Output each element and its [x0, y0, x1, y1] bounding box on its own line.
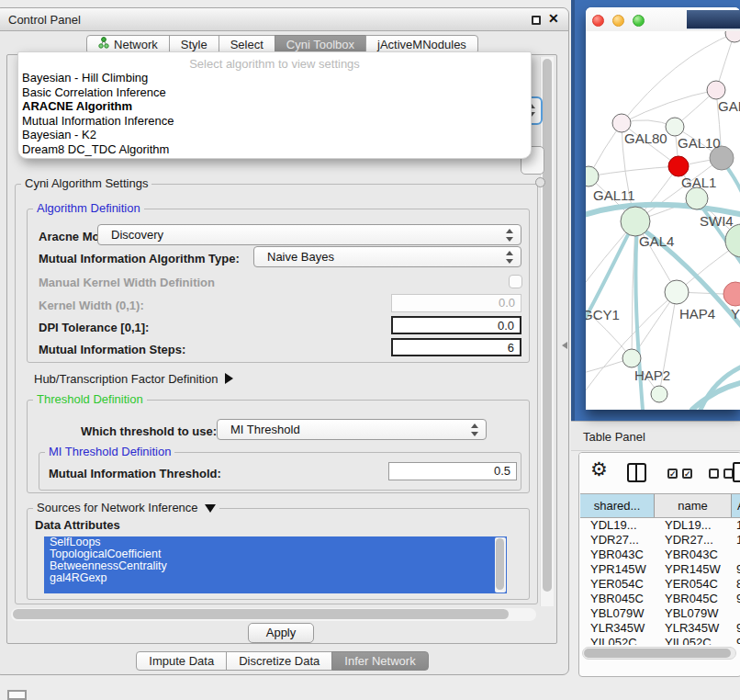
network-canvas[interactable]: GALGAL80GAL10GAL1GAL11SWI4GAL4GCY1HAP4YH… [586, 31, 740, 410]
control-panel-window: Control Panel ✕ NetworkStyleSelectCyni T… [0, 7, 569, 675]
table-row[interactable]: YBR045CYBR045C9. [580, 592, 740, 606]
expand-right-icon[interactable] [225, 373, 233, 384]
radio-partial[interactable] [535, 177, 545, 187]
network-node-hap4[interactable] [665, 280, 689, 304]
select-all-checkbox-icon[interactable]: ✓ [667, 469, 678, 479]
spinner-arrows-icon [506, 228, 514, 243]
split-pane-arrow-icon[interactable] [562, 342, 567, 349]
mi-threshold-legend: MI Threshold Definition [45, 445, 174, 458]
new-table-icon[interactable] [733, 462, 740, 482]
network-node-gal[interactable] [707, 81, 725, 99]
table-cell: YER054C [655, 577, 732, 592]
column-header-a[interactable]: A [732, 494, 740, 517]
dpi-tolerance-label: DPI Tolerance [0,1]: [39, 321, 149, 334]
table-row[interactable]: YPR145WYPR145W9. [580, 562, 740, 577]
table-cell: YLR345W [580, 621, 655, 636]
minimize-traffic-light-icon[interactable] [612, 15, 624, 27]
table-cell: 13 [732, 518, 740, 533]
gear-icon[interactable]: ⚙ [590, 458, 608, 480]
network-node[interactable] [725, 224, 740, 257]
network-node-y[interactable] [723, 282, 740, 306]
split-columns-icon[interactable] [627, 463, 646, 482]
network-node-gal1[interactable] [668, 156, 689, 176]
attribute-item-betweennesscentrality[interactable]: BetweennessCentrality [44, 560, 507, 572]
network-node-gal4[interactable] [621, 207, 650, 236]
network-node-gal80[interactable] [612, 114, 631, 132]
list-scrollbar-thumb[interactable] [496, 538, 504, 590]
bottom-tab-discretize-data[interactable]: Discretize Data [226, 651, 332, 671]
network-node-swi4[interactable] [686, 187, 708, 209]
bottom-tab-infer-network[interactable]: Infer Network [331, 651, 428, 671]
algorithm-option-aracne-algorithm[interactable]: ARACNE Algorithm [18, 99, 531, 114]
horizontal-scrollbar-thumb[interactable] [13, 609, 509, 619]
apply-button[interactable]: Apply [248, 623, 314, 643]
table-row[interactable]: YBR043CYBR043C [580, 548, 740, 562]
column-header-shared[interactable]: shared... [580, 494, 655, 517]
table-cell [732, 548, 740, 562]
panel-restore-icon[interactable] [7, 690, 27, 700]
cyni-algorithm-settings-legend: Cyni Algorithm Settings [21, 176, 151, 190]
table-cell: YBR043C [655, 548, 732, 562]
algorithm-option-dream8-dc-tdc-algorithm[interactable]: Dream8 DC_TDC Algorithm [18, 142, 531, 157]
mi-threshold-field[interactable]: 0.5 [388, 462, 517, 480]
aracne-mode-select[interactable]: Discovery [97, 224, 521, 245]
hub-definition-expander[interactable]: Hub/Transcription Factor Definition [34, 372, 233, 386]
table-cell: YLR345W [655, 621, 732, 636]
close-traffic-light-icon[interactable] [592, 15, 604, 27]
threshold-definition-group: Threshold Definition Which threshold to … [27, 400, 530, 493]
dpi-tolerance-field[interactable]: 0.0 [391, 316, 521, 334]
algorithm-option-bayesian-k2[interactable]: Bayesian - K2 [18, 128, 531, 142]
table-row[interactable]: YLR345WYLR345W9. [580, 621, 740, 636]
table-cell: 9. [732, 621, 740, 636]
deselect-checkbox-icon[interactable] [709, 469, 719, 479]
mi-algorithm-type-select[interactable]: Naive Bayes [253, 246, 521, 267]
mi-type-label: Mutual Information Algorithm Type: [39, 252, 240, 265]
settings-horizontal-scrollbar[interactable] [11, 608, 536, 621]
table-panel-title: Table Panel [583, 430, 645, 444]
bottom-tab-impute-data[interactable]: Impute Data [136, 651, 227, 671]
algorithm-option-basic-correlation-inference[interactable]: Basic Correlation Inference [18, 85, 531, 100]
network-node[interactable] [725, 31, 740, 42]
node-label-swi4: SWI4 [700, 213, 734, 229]
float-window-icon[interactable] [532, 16, 541, 25]
node-label-gal: GAL [718, 98, 740, 114]
which-threshold-select[interactable]: MI Threshold [217, 419, 487, 440]
node-label-gal11: GAL11 [593, 187, 635, 203]
background-window-titlebar-partial [687, 10, 740, 29]
sources-legend[interactable]: Sources for Network Inference [33, 501, 219, 514]
table-row[interactable]: YER054CYER054C8. [580, 577, 740, 592]
network-node-gal10[interactable] [666, 118, 684, 136]
cyni-algorithm-settings-group: Cyni Algorithm Settings Algorithm Defini… [15, 184, 538, 604]
table-row[interactable]: YBL079WYBL079W [580, 606, 740, 621]
table-cell: YIL052C [655, 636, 732, 645]
list-vertical-scrollbar[interactable] [495, 537, 506, 593]
algorithm-option-bayesian-hill-climbing[interactable]: Bayesian - Hill Climbing [18, 71, 531, 85]
table-horizontal-scrollbar[interactable] [582, 647, 736, 660]
network-node-hap2[interactable] [622, 349, 641, 367]
data-attributes-list[interactable]: SelfLoopsTopologicalCoefficientBetweenne… [44, 536, 507, 593]
network-node[interactable] [651, 386, 667, 402]
table-row[interactable]: YDR27...YDR27...12 [580, 533, 740, 548]
select-all-checkbox-icon[interactable]: ✓ [682, 469, 692, 479]
column-header-name[interactable]: name [655, 494, 732, 517]
threshold-definition-legend: Threshold Definition [33, 392, 147, 406]
algorithm-popup-prompt: Select algorithm to view settings [18, 57, 531, 71]
table-row[interactable]: YIL052CYIL052C9 [580, 636, 740, 645]
which-threshold-value: MI Threshold [230, 423, 300, 436]
attribute-item-gal4rgexp[interactable]: gal4RGexp [44, 572, 507, 584]
table-row[interactable]: YDL19...YDL19...13 [580, 518, 740, 533]
zoom-traffic-light-icon[interactable] [633, 15, 645, 27]
manual-kernel-checkbox[interactable] [509, 275, 522, 288]
settings-vertical-scrollbar[interactable] [540, 57, 554, 606]
close-icon[interactable]: ✕ [548, 11, 559, 26]
kernel-width-field[interactable]: 0.0 [391, 294, 521, 312]
mi-steps-field[interactable]: 6 [391, 338, 521, 356]
table-scrollbar-thumb[interactable] [584, 649, 731, 658]
vertical-scrollbar-thumb[interactable] [543, 59, 552, 592]
table-cell: YIL052C [580, 636, 655, 645]
table-cell: YBR043C [580, 548, 655, 562]
manual-kernel-label: Manual Kernel Width Definition [39, 276, 215, 289]
algorithm-option-mutual-information-inference[interactable]: Mutual Information Inference [18, 114, 531, 129]
cyni-bottom-tabs: Impute DataDiscretize DataInfer Network [0, 651, 570, 671]
collapse-down-icon[interactable] [205, 504, 216, 513]
